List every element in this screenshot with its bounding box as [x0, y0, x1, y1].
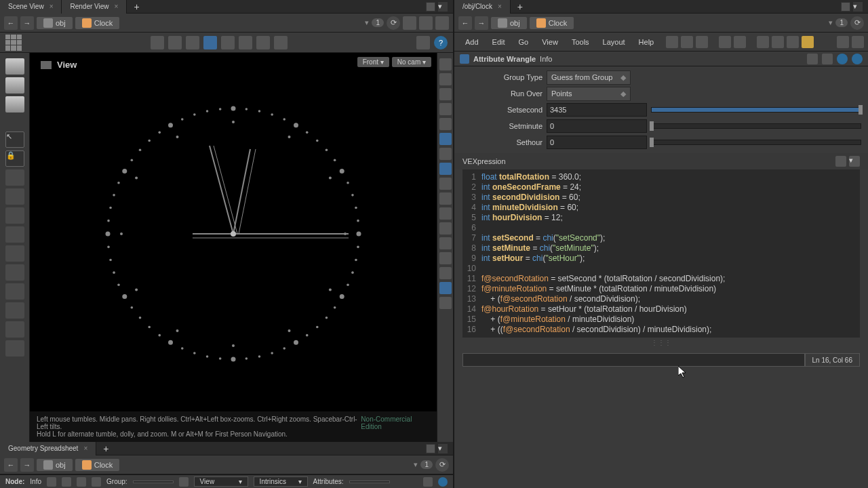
refresh-icon[interactable]: ⟳ — [850, 16, 864, 30]
filter-icon-1[interactable] — [47, 477, 56, 487]
rtool-6[interactable] — [439, 133, 452, 145]
pin-count[interactable]: 1 — [372, 18, 384, 27]
tool-6[interactable] — [5, 226, 24, 243]
menu-icon-7[interactable] — [772, 36, 784, 48]
vex-dropdown-icon[interactable]: ▾ — [849, 156, 860, 167]
move-tool[interactable] — [5, 77, 24, 94]
tool-8[interactable] — [5, 264, 24, 281]
close-icon[interactable]: × — [498, 3, 502, 10]
menu-add[interactable]: Add — [458, 38, 486, 46]
pane-menu-icon[interactable]: ▾ — [853, 2, 863, 12]
shelf-tool-2[interactable] — [168, 36, 182, 49]
maximize-icon[interactable] — [426, 444, 435, 453]
rtool-14[interactable] — [439, 252, 452, 264]
rtool-1[interactable] — [439, 58, 452, 70]
rtool-13[interactable] — [439, 237, 452, 249]
search-icon[interactable] — [837, 36, 849, 48]
menu-icon-3[interactable] — [696, 36, 708, 48]
filter-icon-3[interactable] — [77, 477, 86, 487]
help-icon[interactable] — [852, 54, 863, 64]
maximize-icon[interactable] — [841, 2, 850, 12]
view-dropdown[interactable]: View▾ — [194, 476, 248, 487]
select-tool[interactable] — [5, 58, 24, 75]
gear-icon[interactable] — [423, 477, 433, 487]
rtool-2[interactable] — [439, 73, 452, 85]
pin-count[interactable]: 1 — [420, 460, 433, 469]
attrs-input[interactable] — [349, 481, 390, 483]
setminute-input[interactable] — [547, 119, 647, 133]
tool-12[interactable] — [5, 340, 24, 357]
crumb-obj[interactable]: obj — [37, 459, 73, 471]
refresh-icon[interactable]: ⟳ — [435, 458, 449, 472]
intrinsics-dropdown[interactable]: Intrinsics▾ — [254, 476, 308, 487]
grid-icon[interactable] — [5, 35, 22, 51]
rtool-16[interactable] — [439, 282, 452, 294]
menu-icon-2[interactable] — [681, 36, 693, 48]
setsecond-slider[interactable] — [651, 107, 861, 113]
rtool-7[interactable] — [439, 148, 452, 160]
forward-button[interactable]: → — [20, 458, 34, 472]
crumb-clock[interactable]: Clock — [75, 459, 120, 471]
setsecond-input[interactable] — [547, 103, 647, 117]
vex-code-editor[interactable]: 1float totalRotation = 360.0; 2int oneSe… — [462, 169, 860, 338]
shelf-tool-7[interactable] — [256, 36, 270, 49]
menu-edit[interactable]: Edit — [486, 38, 512, 46]
tab-scene-view[interactable]: Scene View× — [0, 0, 62, 14]
search-param-icon[interactable] — [822, 54, 833, 64]
forward-button[interactable]: → — [475, 16, 488, 30]
refresh-icon[interactable]: ⟳ — [387, 16, 400, 30]
group-type-dropdown[interactable]: Guess from Group◆ — [547, 70, 631, 85]
shelf-tool-4[interactable] — [203, 36, 217, 49]
add-tab-button[interactable]: + — [511, 1, 530, 12]
red-tool-1[interactable] — [5, 169, 24, 186]
tbar-icon-1[interactable] — [403, 16, 416, 30]
rtool-15[interactable] — [439, 267, 452, 279]
shelf-tool-8[interactable] — [274, 36, 288, 49]
pin-count[interactable]: 1 — [835, 18, 848, 27]
crumb-obj[interactable]: obj — [37, 17, 73, 29]
tool-10[interactable] — [5, 302, 24, 319]
menu-help[interactable]: Help — [632, 38, 661, 46]
sethour-slider[interactable] — [651, 140, 861, 145]
status-input[interactable] — [462, 353, 805, 367]
tab-render-view[interactable]: Render View× — [62, 0, 127, 14]
menu-icon-6[interactable] — [757, 36, 769, 48]
menu-icon-9[interactable] — [802, 36, 814, 48]
help-icon[interactable] — [438, 477, 448, 487]
menu-tools[interactable]: Tools — [565, 38, 596, 46]
close-icon[interactable]: × — [115, 3, 119, 10]
tbar-icon-2[interactable] — [419, 16, 433, 30]
locate-icon[interactable] — [852, 36, 864, 48]
pane-menu-icon[interactable]: ▾ — [438, 2, 448, 12]
tool-9[interactable] — [5, 283, 24, 300]
tab-obj-clock[interactable]: /obj/Clock× — [454, 0, 511, 14]
filter-icon-2[interactable] — [62, 477, 71, 487]
setminute-slider[interactable] — [651, 123, 861, 129]
node-name[interactable]: Info — [540, 55, 552, 63]
maximize-icon[interactable] — [426, 2, 435, 12]
close-icon[interactable]: × — [50, 3, 54, 10]
menu-view[interactable]: View — [535, 38, 565, 46]
crumb-clock[interactable]: Clock — [530, 17, 574, 29]
close-icon[interactable]: × — [83, 445, 87, 452]
pane-menu-icon[interactable]: ▾ — [438, 444, 448, 453]
menu-icon-4[interactable] — [719, 36, 731, 48]
menu-go[interactable]: Go — [512, 38, 536, 46]
shelf-tool-1[interactable] — [151, 36, 164, 49]
back-button[interactable]: ← — [4, 458, 18, 472]
gear-icon[interactable] — [807, 54, 818, 64]
shelf-tool-6[interactable] — [239, 36, 252, 49]
rtool-5[interactable] — [439, 118, 452, 130]
sethour-input[interactable] — [547, 136, 647, 149]
rtool-3[interactable] — [439, 88, 452, 100]
shelf-tool-5[interactable] — [221, 36, 235, 49]
tool-5[interactable] — [5, 207, 24, 224]
help-icon[interactable]: ? — [434, 36, 448, 49]
add-tab-button[interactable]: + — [127, 1, 146, 12]
info-icon[interactable] — [837, 54, 848, 64]
shelf-tool-3[interactable] — [186, 36, 199, 49]
arrow-tool[interactable]: ↖ — [5, 131, 24, 148]
view-front-dropdown[interactable]: Front ▾ — [357, 57, 389, 67]
rotate-tool[interactable] — [5, 96, 24, 113]
red-tool-2[interactable] — [5, 188, 24, 205]
